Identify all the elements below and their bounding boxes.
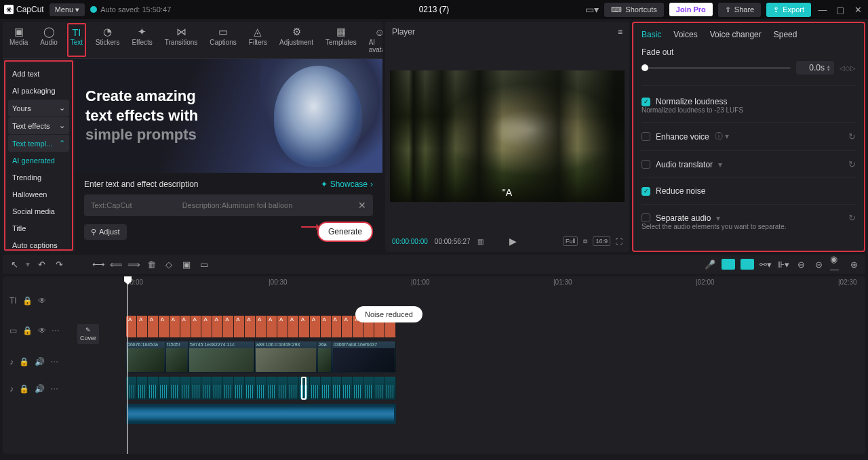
normalize-checkbox[interactable]: ✓ xyxy=(642,98,650,106)
keyframe-controls[interactable]: ◁◇▷ xyxy=(840,64,856,72)
sidebar-item-aigenerated[interactable]: AI generated xyxy=(8,152,69,169)
layout-icon[interactable]: ▭▾ xyxy=(585,4,599,15)
record-button[interactable]: ▭ xyxy=(198,258,210,270)
reset-icon[interactable]: ↻ xyxy=(848,159,856,169)
join-pro-button[interactable]: Join Pro xyxy=(669,3,713,16)
minimize-button[interactable]: — xyxy=(816,5,829,15)
compare-icon[interactable]: ▥ xyxy=(477,238,484,245)
fadeout-slider[interactable] xyxy=(642,67,791,69)
speaker-icon[interactable]: 🔊 xyxy=(35,384,45,394)
marker-button[interactable]: ◇ xyxy=(163,258,175,270)
link-on-icon[interactable] xyxy=(741,259,754,270)
text-track[interactable] xyxy=(98,314,865,339)
ratio-button[interactable]: 16:9 xyxy=(593,236,610,246)
zoomout-button[interactable]: ⊖ xyxy=(795,258,807,270)
pointer-tool[interactable]: ↖ xyxy=(8,258,20,270)
reset-icon[interactable]: ↻ xyxy=(848,131,856,142)
sidebar-item-texttemplates[interactable]: Text templ...⌃ xyxy=(8,135,69,152)
info-icon[interactable]: ⓘ ▾ xyxy=(715,131,729,142)
sidebar-item-yours[interactable]: Yours⌄ xyxy=(8,100,69,117)
focus-icon[interactable]: ⧈ xyxy=(583,237,587,245)
selected-audio-clip[interactable] xyxy=(301,377,307,400)
audiotranslator-checkbox[interactable] xyxy=(642,160,650,169)
separate-checkbox[interactable] xyxy=(642,213,650,222)
tab-stickers[interactable]: ◔Stickers xyxy=(94,24,121,56)
tab-voices[interactable]: Voices xyxy=(673,30,697,39)
lock-icon[interactable]: 🔒 xyxy=(22,296,33,306)
text-clip[interactable] xyxy=(126,316,396,337)
tab-templates[interactable]: ▦Templates xyxy=(324,24,358,56)
tab-adjustment[interactable]: ⚙Adjustment xyxy=(278,24,315,56)
speaker-icon[interactable]: 🔊 xyxy=(35,357,45,367)
tab-audio[interactable]: ◯Audio xyxy=(39,24,59,56)
menu-button[interactable]: Menu ▾ xyxy=(50,3,85,16)
tab-speed[interactable]: Speed xyxy=(774,30,797,39)
expand-icon[interactable]: ⛶ xyxy=(616,238,623,245)
enhance-checkbox[interactable] xyxy=(642,132,650,141)
adjust-button[interactable]: ⚲Adjust xyxy=(84,224,127,240)
audio-track-2[interactable] xyxy=(98,402,865,425)
tab-transitions[interactable]: ⋈Transitions xyxy=(163,24,199,56)
reset-icon[interactable]: ↻ xyxy=(848,213,856,223)
lock-icon[interactable]: 🔒 xyxy=(22,326,33,335)
eye-icon[interactable]: 👁 xyxy=(38,326,46,335)
tab-text[interactable]: TIText xyxy=(67,23,86,57)
audio-clips[interactable] xyxy=(126,377,396,400)
snap-icon[interactable]: ⊪▾ xyxy=(777,258,789,270)
text-input[interactable]: Text:CapCut xyxy=(91,201,176,209)
shortcuts-button[interactable]: ⌨Shortcuts xyxy=(604,3,663,17)
full-button[interactable]: Full xyxy=(563,236,578,246)
eye-icon[interactable]: 👁 xyxy=(38,296,46,306)
generate-button[interactable]: Generate xyxy=(317,222,373,242)
fit-button[interactable]: ⊕ xyxy=(848,258,860,270)
tab-effects[interactable]: ✦Effects xyxy=(130,24,153,56)
audio-track-1[interactable] xyxy=(98,375,865,401)
sidebar-item-aipkg[interactable]: AI packaging xyxy=(8,83,69,99)
sidebar-item-social[interactable]: Social media xyxy=(8,203,69,219)
lock-icon[interactable]: 🔒 xyxy=(19,357,29,367)
play-button[interactable]: ▶ xyxy=(509,236,517,247)
sidebar-item-trending[interactable]: Trending xyxy=(8,169,69,186)
zoom-slider[interactable]: ◉— xyxy=(830,258,842,270)
splitright-button[interactable]: ⟹ xyxy=(127,258,140,270)
music-clip[interactable] xyxy=(126,404,396,424)
crop-button[interactable]: ▣ xyxy=(180,258,193,270)
close-button[interactable]: ✕ xyxy=(852,5,864,15)
sidebar-item-addtext[interactable]: Add text xyxy=(8,66,69,82)
tab-basic[interactable]: Basic xyxy=(642,30,661,39)
lock-icon[interactable]: 🔒 xyxy=(19,384,29,394)
undo-button[interactable]: ↶ xyxy=(35,258,47,270)
tab-filters[interactable]: ◬Filters xyxy=(248,24,269,56)
sidebar-item-texteffects[interactable]: Text effects⌄ xyxy=(8,117,69,134)
sidebar-item-title[interactable]: Title xyxy=(8,220,69,236)
zoomin-button[interactable]: ⊝ xyxy=(812,258,825,270)
spinner-icon[interactable]: ▴▾ xyxy=(827,64,830,71)
time-ruler[interactable]: 00:00 |00:30 |01:00 |01:30 |02:00 |02:30 xyxy=(98,276,865,289)
cover-button[interactable]: ✎Cover xyxy=(77,324,99,344)
sidebar-item-halloween[interactable]: Halloween xyxy=(8,186,69,203)
magnet-on-icon[interactable] xyxy=(722,259,735,270)
tab-captions[interactable]: ▭Captions xyxy=(208,24,237,56)
tab-voicechanger[interactable]: Voice changer xyxy=(710,30,762,39)
showcase-link[interactable]: ✦Showcase› xyxy=(321,180,373,189)
video-clips[interactable]: 06676:1845da f1505! 58745:1ed82274:11c a… xyxy=(126,341,396,373)
clear-icon[interactable]: ✕ xyxy=(358,200,366,211)
sidebar-item-autocaptions[interactable]: Auto captions xyxy=(8,237,69,252)
redo-button[interactable]: ↷ xyxy=(53,258,65,270)
split-button[interactable]: ⟷ xyxy=(92,258,104,270)
playhead[interactable] xyxy=(127,276,128,454)
delete-button[interactable]: 🗑 xyxy=(145,258,157,270)
reducenoise-checkbox[interactable]: ✓ xyxy=(642,187,650,196)
maximize-button[interactable]: ▢ xyxy=(834,5,846,15)
fadeout-value[interactable]: 0.0s▴▾ xyxy=(796,61,834,75)
export-button[interactable]: ⇪Export xyxy=(766,3,811,17)
player-menu-icon[interactable]: ≡ xyxy=(618,27,623,37)
link-icon[interactable]: ⚯▾ xyxy=(760,258,772,270)
video-track[interactable]: 06676:1845da f1505! 58745:1ed82274:11c a… xyxy=(98,340,865,374)
player-viewport[interactable]: "A xyxy=(385,42,629,230)
timeline-tracks[interactable]: 00:00 |00:30 |01:00 |01:30 |02:00 |02:30… xyxy=(98,276,865,454)
description-input[interactable]: Description:Aluminum foil balloon xyxy=(182,201,351,209)
tab-aiavatars[interactable]: ☺AI avatars xyxy=(368,24,382,56)
share-button[interactable]: ⇧Share xyxy=(718,3,761,17)
mic-icon[interactable]: 🎤 xyxy=(704,258,716,270)
